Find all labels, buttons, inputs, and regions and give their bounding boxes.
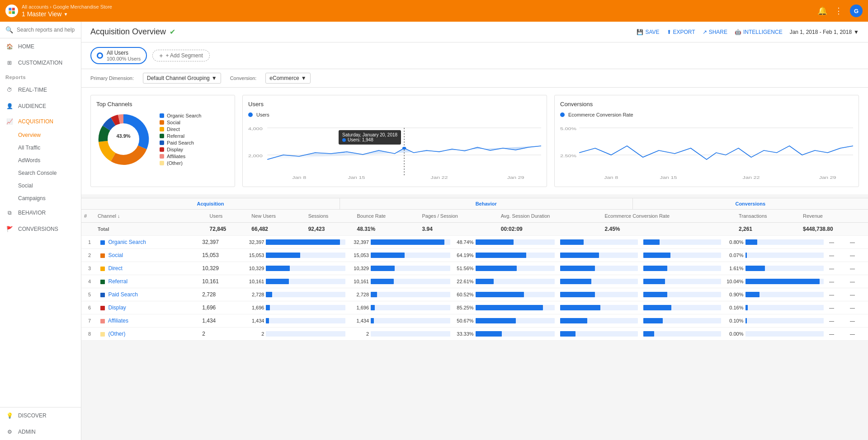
search-icon: 🔍	[5, 26, 13, 33]
ecom-rate-header[interactable]: Ecommerce Conversion Rate	[602, 210, 736, 223]
sessions-cell: 10,161	[348, 275, 453, 288]
users-cell: 15,053	[199, 249, 243, 262]
svg-text:Jan 22: Jan 22	[743, 175, 760, 180]
more-options-icon[interactable]: ⋮	[835, 6, 843, 16]
sidebar-item-realtime[interactable]: ⏱ REAL-TIME	[0, 82, 81, 98]
transactions-header[interactable]: Transactions	[736, 210, 800, 223]
legend-referral: Referral	[160, 133, 201, 139]
sidebar-sub-social[interactable]: Social	[0, 179, 81, 192]
new-users-cell: 15,053	[243, 249, 348, 262]
user-avatar[interactable]: G	[850, 5, 863, 17]
data-table-section: Acquisition Behavior Conversions # Chann…	[81, 198, 868, 341]
channel-link[interactable]: Organic Search	[108, 239, 146, 245]
intelligence-button[interactable]: 🤖 INTELLIGENCE	[735, 29, 783, 35]
channel-link[interactable]: Affiliates	[108, 318, 128, 324]
revenue-cell: —	[847, 288, 868, 301]
main-layout: 🔍 🏠 HOME ⊞ CUSTOMIZATION Reports ⏱ REAL-…	[0, 22, 868, 440]
conversions-chart-title: Conversions	[560, 101, 853, 108]
legend-organic: Organic Search	[160, 113, 201, 118]
svg-text:43.9%: 43.9%	[116, 133, 130, 139]
svg-text:Jan 29: Jan 29	[819, 175, 836, 180]
users-cell: 10,161	[199, 275, 243, 288]
all-users-segment[interactable]: All Users 100.00% Users	[90, 47, 147, 64]
primary-dimension-select[interactable]: Default Channel Grouping ▼	[143, 73, 221, 84]
breadcrumb-parent: All accounts › Google Merchandise Store	[22, 4, 112, 10]
sidebar-item-discover[interactable]: 💡 DISCOVER	[0, 407, 81, 424]
sidebar-sub-campaigns[interactable]: Campaigns	[0, 192, 81, 205]
pages-session-header[interactable]: Pages / Session	[419, 210, 498, 223]
ecom-rate-cell: 0.90%	[724, 288, 827, 301]
conversions-series-dot	[560, 112, 565, 117]
sidebar-item-acquisition[interactable]: 📈 ACQUISITION	[0, 114, 81, 129]
revenue-cell: —	[847, 328, 868, 341]
channel-link[interactable]: Referral	[108, 278, 128, 285]
channel-link[interactable]: Social	[108, 252, 123, 258]
avg-session-cell	[641, 288, 724, 301]
avg-session-cell	[641, 262, 724, 275]
page-title: Acquisition Overview	[90, 27, 166, 37]
new-users-cell: 10,329	[243, 262, 348, 275]
conversion-select[interactable]: eCommerce ▼	[265, 73, 310, 84]
sidebar-sub-adwords[interactable]: AdWords	[0, 154, 81, 167]
channel-link[interactable]: Paid Search	[108, 291, 138, 298]
sidebar-search-container[interactable]: 🔍	[0, 22, 81, 38]
bounce-cell: 33.33%	[453, 328, 558, 341]
pie-container: 43.9% Organic Search Social	[96, 112, 229, 166]
total-transactions: 2,261	[736, 223, 800, 236]
total-pages: 3.94	[419, 223, 498, 236]
sidebar-item-audience[interactable]: 👤 AUDIENCE	[0, 98, 81, 114]
sidebar-item-admin[interactable]: ⚙ ADMIN	[0, 424, 81, 440]
notifications-icon[interactable]: 🔔	[817, 6, 827, 16]
users-cell: 1,696	[199, 301, 243, 314]
sidebar-sub-all-traffic[interactable]: All Traffic	[0, 141, 81, 154]
bounce-cell: 22.61%	[453, 275, 558, 288]
dimension-row: Primary Dimension: Default Channel Group…	[81, 69, 868, 88]
add-segment-button[interactable]: + + Add Segment	[152, 50, 210, 61]
bounce-rate-header[interactable]: Bounce Rate	[354, 210, 419, 223]
sidebar-item-conversions[interactable]: 🚩 CONVERSIONS	[0, 221, 81, 237]
affiliates-color	[160, 154, 164, 159]
segment-info: All Users 100.00% Users	[107, 50, 141, 61]
channel-link[interactable]: Direct	[108, 265, 123, 271]
avg-session-cell	[641, 249, 724, 262]
table-row: 3 Direct 10,329 10,329 10,329 51.56%	[81, 262, 868, 275]
ecom-rate-cell: 0.00%	[724, 328, 827, 341]
search-input[interactable]	[17, 27, 75, 33]
top-bar: All accounts › Google Merchandise Store …	[0, 0, 868, 22]
table-row: 2 Social 15,053 15,053 15,053 64.19%	[81, 249, 868, 262]
channel-header[interactable]: Channel ↓	[95, 210, 207, 223]
share-button[interactable]: ↗ SHARE	[703, 29, 727, 35]
avg-session-header[interactable]: Avg. Session Duration	[498, 210, 602, 223]
channel-link[interactable]: Display	[108, 304, 126, 311]
sidebar-sub-search-console[interactable]: Search Console	[0, 167, 81, 179]
sessions-header[interactable]: Sessions	[306, 210, 354, 223]
sidebar-item-customization[interactable]: ⊞ CUSTOMIZATION	[0, 55, 81, 71]
segment-dot	[97, 52, 103, 59]
date-range-picker[interactable]: Jan 1, 2018 - Feb 1, 2018 ▼	[790, 29, 859, 35]
primary-dimension-label: Primary Dimension:	[90, 75, 134, 81]
sidebar-item-behavior[interactable]: ⧉ BEHAVIOR	[0, 205, 81, 221]
revenue-cell: —	[847, 262, 868, 275]
bounce-cell: 51.56%	[453, 262, 558, 275]
sidebar-item-home[interactable]: 🏠 HOME	[0, 38, 81, 55]
content-area: Acquisition Overview ✔ 💾 SAVE ⬆ EXPORT ↗…	[81, 22, 868, 440]
pie-chart-svg: 43.9%	[96, 112, 151, 166]
revenue-cell: —	[847, 275, 868, 288]
share-icon: ↗	[703, 29, 707, 35]
view-name[interactable]: 1 Master View ▼	[22, 10, 112, 18]
avg-session-cell	[641, 236, 724, 249]
page-header: Acquisition Overview ✔ 💾 SAVE ⬆ EXPORT ↗…	[81, 22, 868, 42]
users-header[interactable]: Users	[207, 210, 249, 223]
save-button[interactable]: 💾 SAVE	[637, 29, 659, 35]
verified-icon: ✔	[170, 28, 175, 36]
export-button[interactable]: ⬆ EXPORT	[667, 29, 695, 35]
new-users-header[interactable]: New Users	[249, 210, 305, 223]
channel-link[interactable]: (Other)	[108, 331, 126, 337]
svg-rect-0	[9, 8, 11, 10]
top-bar-actions: 🔔 ⋮ G	[817, 5, 863, 17]
sidebar-sub-overview[interactable]: Overview	[0, 129, 81, 141]
referral-color	[160, 134, 164, 138]
table-row: 6 Display 1,696 1,696 1,696 85.25%	[81, 301, 868, 314]
table-row: 5 Paid Search 2,728 2,728 2,728 60.52%	[81, 288, 868, 301]
revenue-header[interactable]: Revenue	[800, 210, 868, 223]
